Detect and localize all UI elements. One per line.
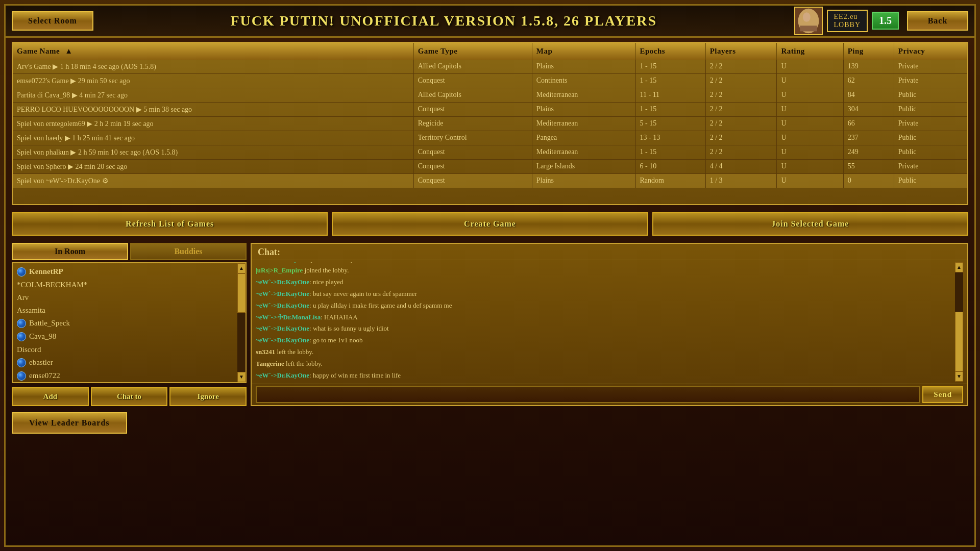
table-cell: Conquest [413, 145, 532, 159]
chat-input[interactable] [256, 386, 920, 403]
table-cell: Random [635, 173, 705, 188]
refresh-button[interactable]: Refresh List of Games [12, 212, 328, 236]
player-list-scroll[interactable]: KennetRP*COLM-BECKHAM*ArvAssamitaBattle_… [13, 263, 237, 382]
bottom-section: In Room Buddies KennetRP*COLM-BECKHAM*Ar… [12, 243, 968, 406]
list-item[interactable]: ebastler [13, 356, 237, 369]
table-cell: Public [894, 102, 967, 116]
table-cell: Territory Control [413, 131, 532, 145]
table-cell: U [777, 145, 843, 159]
col-ping[interactable]: Ping [843, 43, 894, 60]
tab-in-room[interactable]: In Room [12, 243, 128, 260]
table-row[interactable]: Spiel von Sphero ▶ 24 min 20 sec agoConq… [13, 159, 967, 173]
table-cell: U [777, 131, 843, 145]
table-cell: 13 - 13 [635, 131, 705, 145]
svg-rect-3 [800, 26, 817, 31]
list-item[interactable]: Arv [13, 291, 237, 304]
player-scroll-up[interactable]: ▲ [237, 263, 246, 273]
table-cell: U [777, 102, 843, 116]
list-item[interactable]: Battle_Speck [13, 317, 237, 330]
player-name: *COLM-BECKHAM* [17, 281, 87, 289]
list-item[interactable]: Discord [13, 343, 237, 356]
table-cell: 2 / 2 [705, 145, 777, 159]
table-cell: Public [894, 131, 967, 145]
col-epochs[interactable]: Epochs [635, 43, 705, 60]
table-row[interactable]: PERRO LOCO HUEVOOOOOOOOON ▶ 5 min 38 sec… [13, 102, 967, 116]
table-row[interactable]: Spiel von haedy ▶ 1 h 25 min 41 sec agoT… [13, 131, 967, 145]
player-name: emse0722 [29, 371, 60, 380]
leaderboard-button[interactable]: View Leader Boards [12, 412, 127, 434]
col-game-type[interactable]: Game Type [413, 43, 532, 60]
logo-image [794, 7, 823, 35]
table-cell: Conquest [413, 173, 532, 188]
table-cell: Private [894, 60, 967, 74]
chat-message: Tangerine left the lobby. [256, 358, 955, 370]
player-scroll-down[interactable]: ▼ [237, 372, 246, 382]
table-cell: Partita di Cava_98 ▶ 4 min 27 sec ago [13, 88, 413, 102]
chat-message: ~eW`->Dr.KayOne: happy of win me first t… [256, 370, 955, 382]
table-cell: Conquest [413, 159, 532, 173]
list-item[interactable]: KennetRP [13, 265, 237, 279]
chat-container: Chat: ~eW`->Dr.KayOne left the lobby.~eW… [251, 243, 968, 406]
tab-buddies[interactable]: Buddies [130, 243, 247, 260]
table-cell: Plains [532, 102, 635, 116]
table-row[interactable]: Spiel von erntegolem69 ▶ 2 h 2 min 19 se… [13, 116, 967, 131]
list-item[interactable]: Cava_98 [13, 330, 237, 343]
chat-scroll-down[interactable]: ▼ [955, 371, 963, 382]
col-game-name[interactable]: Game Name ▲ [13, 43, 413, 60]
table-cell: Mediterranean [532, 116, 635, 131]
table-cell: 1 / 3 [705, 173, 777, 188]
table-cell: U [777, 88, 843, 102]
table-cell: Public [894, 88, 967, 102]
ignore-button[interactable]: Ignore [169, 387, 247, 406]
list-item[interactable]: emse0722 [13, 369, 237, 382]
player-name: Cava_98 [29, 332, 56, 341]
join-game-button[interactable]: Join Selected Game [652, 212, 968, 236]
table-cell: 2 / 2 [705, 116, 777, 131]
table-cell: 2 / 2 [705, 102, 777, 116]
table-cell: 11 - 11 [635, 88, 705, 102]
table-cell: Continents [532, 73, 635, 88]
select-room-button[interactable]: Select Room [12, 11, 93, 31]
table-cell: 0 [843, 173, 894, 188]
send-button[interactable]: Send [922, 386, 963, 403]
table-cell: Conquest [413, 102, 532, 116]
chat-input-row: Send [252, 384, 967, 405]
chat-scroll-area[interactable]: ~eW`->Dr.KayOne left the lobby.~eW`->Dr.… [256, 262, 955, 382]
player-globe-icon [17, 319, 26, 328]
header: Select Room FUCK PUTIN! Unofficial Versi… [6, 6, 974, 38]
create-game-button[interactable]: Create Game [332, 212, 648, 236]
list-item[interactable]: *COLM-BECKHAM* [13, 279, 237, 291]
table-cell: U [777, 159, 843, 173]
table-row[interactable]: Spiel von phalkun ▶ 2 h 59 min 10 sec ag… [13, 145, 967, 159]
table-row[interactable]: Arv's Game ▶ 1 h 18 min 4 sec ago (AOS 1… [13, 60, 967, 74]
player-name: Battle_Speck [29, 319, 70, 328]
col-privacy[interactable]: Privacy [894, 43, 967, 60]
table-cell: Private [894, 159, 967, 173]
chat-to-button[interactable]: Chat to [91, 387, 168, 406]
back-button[interactable]: Back [907, 11, 968, 31]
chat-scroll-track [955, 272, 963, 371]
table-cell: Allied Capitols [413, 88, 532, 102]
col-players[interactable]: Players [705, 43, 777, 60]
table-row[interactable]: Partita di Cava_98 ▶ 4 min 27 sec agoAll… [13, 88, 967, 102]
player-name: Assamita [17, 306, 45, 315]
chat-message: ~eW`->Dr.KayOne: what is so funny u ugly… [256, 323, 955, 335]
table-row[interactable]: Spiel von ~eW'->Dr.KayOne ⚙ConquestPlain… [13, 173, 967, 188]
table-cell: Mediterranean [532, 145, 635, 159]
game-table: Game Name ▲ Game Type Map Epochs Players… [13, 43, 967, 188]
col-rating[interactable]: Rating [777, 43, 843, 60]
chat-message: ~eW`->Dr.KayOne: u play allday i make fi… [256, 300, 955, 312]
main-content: Game Name ▲ Game Type Map Epochs Players… [6, 38, 974, 545]
add-player-button[interactable]: Add [12, 387, 89, 406]
table-cell: U [777, 116, 843, 131]
table-cell: 139 [843, 60, 894, 74]
player-globe-icon [17, 371, 26, 381]
chat-scroll-up[interactable]: ▲ [955, 262, 963, 272]
table-cell: Private [894, 116, 967, 131]
page-title: FUCK PUTIN! Unofficial Version 1.5.8, 26… [102, 13, 786, 29]
table-cell: 237 [843, 131, 894, 145]
table-row[interactable]: emse0722's Game ▶ 29 min 50 sec agoConqu… [13, 73, 967, 88]
list-item[interactable]: Assamita [13, 304, 237, 317]
col-map[interactable]: Map [532, 43, 635, 60]
table-cell: Spiel von Sphero ▶ 24 min 20 sec ago [13, 159, 413, 173]
